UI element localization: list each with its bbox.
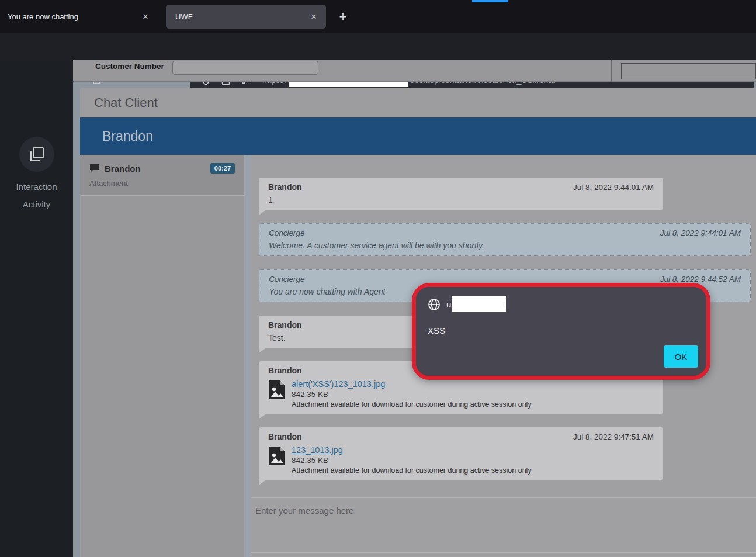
message-text: 1 [268,195,654,205]
globe-icon [428,298,441,311]
browser-tab-bar: You are now chatting ✕ UWF ✕ + [0,0,756,33]
topbar-divider [611,60,612,82]
composer-placeholder[interactable]: Enter your message here [251,498,756,553]
browser-tab-chatting[interactable]: You are now chatting ✕ [0,0,158,33]
sidebar-item-label: Interaction Activity [0,178,73,213]
close-icon[interactable]: ✕ [307,11,320,23]
new-tab-button[interactable]: + [334,8,352,26]
browser-alert-dialog: u t XSS OK [416,287,706,376]
message-sender: Brandon [268,366,302,375]
customer-number-input[interactable] [172,61,318,75]
chat-list-item[interactable]: Brandon 00:27 [80,163,244,174]
message-time: Jul 8, 2022 9:44:52 AM [660,275,741,283]
chat-list-preview: Attachment [80,174,244,188]
message-time: Jul 8, 2022 9:44:01 AM [660,229,741,237]
message-sender: Concierge [269,275,305,283]
close-icon[interactable]: ✕ [139,10,152,23]
chat-list-name: Brandon [105,164,210,174]
chat-session-header: Brandon [80,117,756,155]
attachment-size: 842.35 KB [292,390,532,399]
sidebar-item-interaction-activity[interactable] [19,137,54,172]
attachment-note: Attachment available for download for cu… [292,400,532,409]
file-image-icon [268,445,286,466]
attachment-note: Attachment available for download for cu… [292,466,532,475]
message-composer[interactable]: Enter your message here [251,497,756,557]
alert-title-suffix: t [502,299,505,309]
message-sender: Concierge [269,229,305,237]
tab-title: UWF [175,12,307,21]
speech-bubble-icon [89,164,100,173]
alert-title-prefix: u [446,299,451,309]
message-sender: Brandon [268,432,302,441]
alert-title-redaction-box [452,296,506,312]
app-sidebar: Interaction Activity [0,60,73,557]
message-sender: Brandon [268,320,302,330]
layers-icon [28,146,46,163]
column-gap [244,155,251,557]
system-message-bubble: Concierge Jul 8, 2022 9:44:01 AM Welcome… [259,223,751,256]
tab-indicator-strip [472,0,508,2]
message-time: Jul 8, 2022 9:44:01 AM [573,183,654,192]
tab-title: You are now chatting [8,12,139,21]
ok-button[interactable]: OK [664,345,698,368]
attachment-link[interactable]: 123_1013.jpg [292,445,532,455]
alert-annotation-highlight: u t XSS OK [412,283,710,380]
chat-duration-badge: 00:27 [210,163,235,174]
topbar-secondary-field[interactable] [621,63,756,79]
card-title: Chat Client [80,88,756,117]
chat-list: Brandon 00:27 Attachment [80,155,244,557]
chat-list-body-panel [80,195,244,557]
customer-number-label: Customer Number [95,62,164,71]
alert-message: XSS [428,326,445,335]
message-bubble-attachment: Brandon Jul 8, 2022 9:47:51 AM [259,427,663,480]
attachment-size: 842.35 KB [292,456,532,465]
alert-title: u t [428,296,505,312]
browser-tab-uwf[interactable]: UWF ✕ [166,5,326,29]
message-bubble: Brandon Jul 8, 2022 9:44:01 AM 1 [259,178,663,210]
browser-toolbar: https://desktop/container/?locale=en_US#… [0,33,756,60]
attachment-link[interactable]: alert('XSS')123_1013.jpg [292,379,532,389]
message-sender: Brandon [268,182,302,192]
message-time: Jul 8, 2022 9:47:51 AM [573,433,654,441]
message-text: Welcome. A customer service agent will b… [269,241,741,250]
file-image-icon [268,379,286,400]
